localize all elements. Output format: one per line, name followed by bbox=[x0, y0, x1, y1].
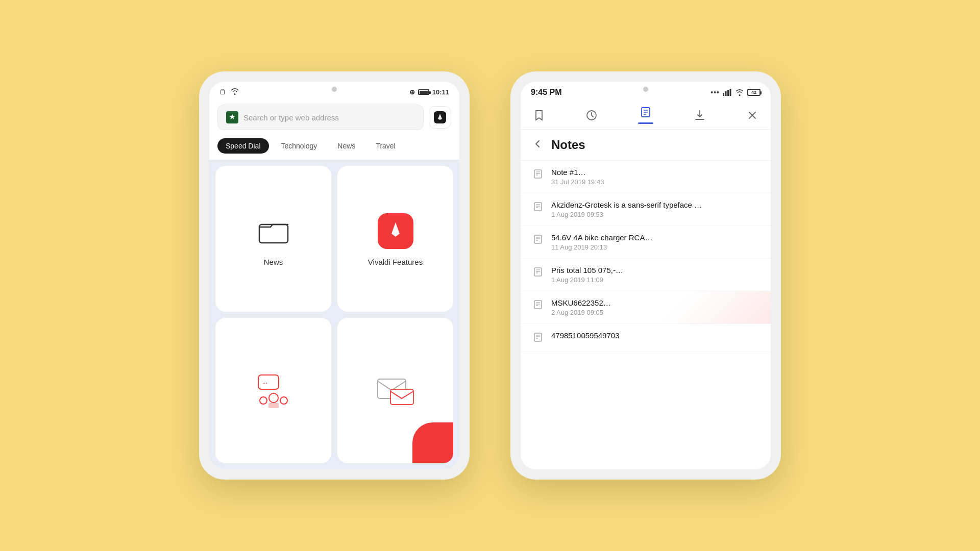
note-icon-2 bbox=[533, 202, 543, 214]
vivaldi-features-label: Vivaldi Features bbox=[368, 258, 423, 266]
svg-point-7 bbox=[280, 397, 287, 404]
tab-technology[interactable]: Technology bbox=[273, 138, 326, 154]
svg-rect-13 bbox=[727, 90, 729, 96]
svg-point-6 bbox=[269, 393, 278, 403]
status-left-icons: 🗒 bbox=[219, 88, 239, 96]
signal-icon bbox=[723, 89, 732, 96]
svg-rect-3 bbox=[258, 375, 279, 389]
time-right: 9:45 PM bbox=[531, 88, 561, 97]
note-content-3: 54.6V 4A bike charger RCA… 11 Aug 2019 2… bbox=[551, 233, 758, 251]
svg-text:...: ... bbox=[262, 378, 267, 385]
wifi-icon-right bbox=[735, 89, 744, 96]
note-item-2[interactable]: Akzidenz-Grotesk is a sans-serif typefac… bbox=[521, 193, 771, 226]
folder-icon-container bbox=[253, 211, 294, 252]
svg-rect-14 bbox=[730, 89, 731, 96]
note-date-4: 1 Aug 2019 11:09 bbox=[551, 276, 758, 284]
speed-dial-vivaldi[interactable]: Vivaldi Features bbox=[337, 166, 453, 312]
scene: 🗒 ⊕ 10:11 bbox=[199, 71, 781, 480]
news-label: News bbox=[264, 258, 283, 266]
tab-news[interactable]: News bbox=[329, 138, 363, 154]
svg-rect-8 bbox=[268, 403, 279, 408]
back-button[interactable] bbox=[533, 139, 543, 152]
status-right-icons: ••• bbox=[710, 88, 761, 96]
svg-rect-32 bbox=[534, 268, 542, 276]
note-title-4: Pris total 105 075,-… bbox=[551, 266, 758, 274]
tab-travel[interactable]: Travel bbox=[368, 138, 403, 154]
svg-rect-20 bbox=[534, 170, 542, 178]
note-date-1: 31 Jul 2019 19:43 bbox=[551, 178, 758, 186]
camera-right bbox=[643, 87, 648, 92]
notes-list: Note #1… 31 Jul 2019 19:43 bbox=[521, 161, 771, 469]
note-date-3: 11 Aug 2019 20:13 bbox=[551, 243, 758, 251]
note-icon-5 bbox=[533, 299, 543, 312]
note-title-1: Note #1… bbox=[551, 168, 758, 177]
note-content-5: MSKU6622352… 2 Aug 2019 09:05 bbox=[551, 298, 758, 316]
note-title-3: 54.6V 4A bike charger RCA… bbox=[551, 233, 758, 242]
right-phone: 9:45 PM ••• bbox=[510, 71, 781, 480]
tab-downloads[interactable] bbox=[694, 109, 706, 121]
svg-point-5 bbox=[260, 397, 267, 404]
time-left: 10:11 bbox=[432, 88, 449, 96]
tab-close[interactable] bbox=[746, 109, 758, 121]
tabs-row: Speed Dial Technology News Travel bbox=[209, 134, 459, 160]
speed-dial-mail[interactable] bbox=[337, 318, 453, 464]
note-icon-3 bbox=[533, 234, 543, 246]
svg-rect-40 bbox=[534, 333, 542, 341]
red-corner-decoration bbox=[412, 422, 453, 463]
note-content-2: Akzidenz-Grotesk is a sans-serif typefac… bbox=[551, 201, 758, 218]
vivaldi-app-icon-container bbox=[375, 211, 416, 252]
tab-history[interactable] bbox=[585, 109, 598, 121]
speed-dial-community[interactable]: ... bbox=[215, 318, 331, 464]
note-title-6: 4798510059549703 bbox=[551, 331, 758, 340]
note-date-2: 1 Aug 2019 09:53 bbox=[551, 211, 758, 218]
tab-speed-dial[interactable]: Speed Dial bbox=[217, 138, 269, 154]
search-bar[interactable]: Search or type web address bbox=[217, 105, 424, 130]
camera-left bbox=[332, 87, 337, 92]
search-placeholder: Search or type web address bbox=[243, 113, 415, 122]
left-screen: 🗒 ⊕ 10:11 bbox=[209, 82, 459, 469]
svg-rect-24 bbox=[534, 203, 542, 211]
svg-rect-28 bbox=[534, 235, 542, 243]
wifi-icon-left bbox=[230, 88, 239, 96]
right-screen: 9:45 PM ••• bbox=[521, 82, 771, 469]
vivaldi-button[interactable] bbox=[429, 106, 451, 129]
status-right-left: ⊕ 10:11 bbox=[409, 88, 449, 96]
notes-title: Notes bbox=[551, 138, 585, 152]
note-content-6: 4798510059549703 bbox=[551, 331, 758, 341]
note-item-6[interactable]: 4798510059549703 bbox=[521, 324, 771, 352]
svg-rect-36 bbox=[534, 300, 542, 309]
note-icon-4 bbox=[533, 267, 543, 279]
svg-rect-12 bbox=[725, 91, 727, 96]
svg-point-2 bbox=[394, 231, 398, 235]
note-icon-1 bbox=[533, 169, 543, 181]
note-content-4: Pris total 105 075,-… 1 Aug 2019 11:09 bbox=[551, 266, 758, 284]
note-date-5: 2 Aug 2019 09:05 bbox=[551, 309, 758, 316]
battery-icon-left bbox=[418, 89, 429, 95]
search-bar-container: Search or type web address bbox=[209, 101, 459, 134]
battery-display: 42 bbox=[747, 89, 761, 96]
vivaldi-app-icon bbox=[378, 213, 413, 249]
note-item-3[interactable]: 54.6V 4A bike charger RCA… 11 Aug 2019 2… bbox=[521, 226, 771, 259]
speed-dial-news[interactable]: News bbox=[215, 166, 331, 312]
tab-bookmarks[interactable] bbox=[533, 109, 545, 121]
notes-header: Notes bbox=[521, 130, 771, 161]
note-content-1: Note #1… 31 Jul 2019 19:43 bbox=[551, 168, 758, 186]
nfc-icon: ⊕ bbox=[409, 88, 415, 96]
svg-rect-10 bbox=[390, 389, 413, 405]
tab-notes-active[interactable] bbox=[638, 106, 653, 124]
note-title-2: Akzidenz-Grotesk is a sans-serif typefac… bbox=[551, 201, 758, 209]
note-item-4[interactable]: Pris total 105 075,-… 1 Aug 2019 11:09 bbox=[521, 259, 771, 291]
note-item-5[interactable]: MSKU6622352… 2 Aug 2019 09:05 bbox=[521, 291, 771, 324]
note-icon-6 bbox=[533, 332, 543, 344]
note-item-1[interactable]: Note #1… 31 Jul 2019 19:43 bbox=[521, 161, 771, 193]
note-title-5: MSKU6622352… bbox=[551, 298, 758, 307]
nav-tabs-row bbox=[521, 101, 771, 130]
dots-icon: ••• bbox=[710, 88, 720, 96]
document-icon: 🗒 bbox=[219, 88, 226, 96]
left-phone: 🗒 ⊕ 10:11 bbox=[199, 71, 470, 480]
brave-icon bbox=[226, 111, 238, 123]
speed-dial-grid: News Vivaldi Features bbox=[209, 160, 459, 469]
svg-rect-11 bbox=[723, 93, 724, 96]
